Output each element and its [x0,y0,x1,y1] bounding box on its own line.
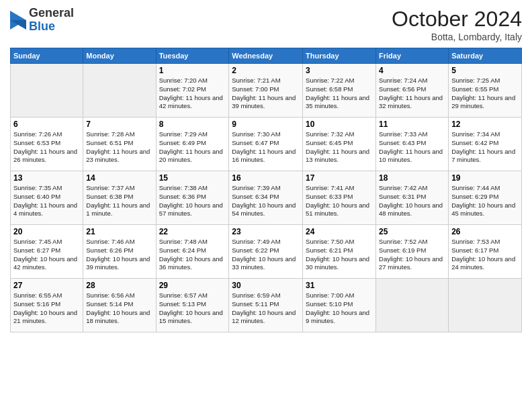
col-wednesday: Wednesday [229,48,303,64]
calendar-cell: 7Sunrise: 7:28 AM Sunset: 6:51 PM Daylig… [83,118,156,171]
col-monday: Monday [83,48,156,64]
day-info: Sunrise: 7:22 AM Sunset: 6:58 PM Dayligh… [306,77,373,111]
day-number: 17 [306,173,373,183]
week-row-2: 6Sunrise: 7:26 AM Sunset: 6:53 PM Daylig… [11,118,522,171]
day-number: 19 [451,173,519,183]
calendar-cell: 26Sunrise: 7:53 AM Sunset: 6:17 PM Dayli… [449,225,522,279]
day-number: 5 [451,66,519,75]
day-number: 30 [232,281,300,290]
calendar-cell: 9Sunrise: 7:30 AM Sunset: 6:47 PM Daylig… [229,118,303,171]
calendar-cell: 23Sunrise: 7:49 AM Sunset: 6:22 PM Dayli… [229,225,303,279]
day-number: 14 [86,173,152,183]
title-block: October 2024 Botta, Lombardy, Italy [392,7,522,42]
day-info: Sunrise: 7:38 AM Sunset: 6:36 PM Dayligh… [159,184,226,218]
calendar-cell: 21Sunrise: 7:46 AM Sunset: 6:26 PM Dayli… [83,225,156,279]
col-tuesday: Tuesday [156,48,229,64]
day-number: 29 [159,281,226,290]
day-number: 24 [306,227,373,236]
day-number: 26 [451,227,519,236]
day-number: 13 [13,173,80,183]
calendar-cell: 31Sunrise: 7:00 AM Sunset: 5:10 PM Dayli… [303,279,376,332]
day-number: 22 [159,227,226,236]
calendar-cell [83,64,156,118]
calendar-cell: 10Sunrise: 7:32 AM Sunset: 6:45 PM Dayli… [303,118,376,171]
logo-icon [10,11,26,30]
day-number: 9 [232,120,300,129]
calendar-cell: 27Sunrise: 6:55 AM Sunset: 5:16 PM Dayli… [11,279,83,332]
calendar-cell: 1Sunrise: 7:20 AM Sunset: 7:02 PM Daylig… [156,64,229,118]
day-info: Sunrise: 7:50 AM Sunset: 6:21 PM Dayligh… [306,238,373,272]
calendar-cell: 28Sunrise: 6:56 AM Sunset: 5:14 PM Dayli… [83,279,156,332]
calendar-cell: 12Sunrise: 7:34 AM Sunset: 6:42 PM Dayli… [449,118,522,171]
week-row-5: 27Sunrise: 6:55 AM Sunset: 5:16 PM Dayli… [11,279,522,332]
calendar-cell: 24Sunrise: 7:50 AM Sunset: 6:21 PM Dayli… [303,225,376,279]
logo: General Blue [10,7,74,34]
day-number: 10 [306,120,373,129]
calendar-cell: 11Sunrise: 7:33 AM Sunset: 6:43 PM Dayli… [376,118,449,171]
day-info: Sunrise: 7:20 AM Sunset: 7:02 PM Dayligh… [159,77,226,111]
logo-blue: Blue [29,19,55,33]
calendar-cell: 5Sunrise: 7:25 AM Sunset: 6:55 PM Daylig… [449,64,522,118]
day-number: 28 [86,281,152,290]
day-number: 27 [13,281,80,290]
calendar-cell: 30Sunrise: 6:59 AM Sunset: 5:11 PM Dayli… [229,279,303,332]
col-saturday: Saturday [449,48,522,64]
calendar-cell: 6Sunrise: 7:26 AM Sunset: 6:53 PM Daylig… [11,118,83,171]
day-info: Sunrise: 7:30 AM Sunset: 6:47 PM Dayligh… [232,130,300,165]
day-info: Sunrise: 7:42 AM Sunset: 6:31 PM Dayligh… [379,184,445,218]
day-info: Sunrise: 7:39 AM Sunset: 6:34 PM Dayligh… [232,184,300,218]
col-thursday: Thursday [303,48,376,64]
calendar-cell: 3Sunrise: 7:22 AM Sunset: 6:58 PM Daylig… [303,64,376,118]
day-number: 8 [159,120,226,129]
calendar-cell: 14Sunrise: 7:37 AM Sunset: 6:38 PM Dayli… [83,171,156,225]
calendar-cell: 8Sunrise: 7:29 AM Sunset: 6:49 PM Daylig… [156,118,229,171]
day-info: Sunrise: 7:00 AM Sunset: 5:10 PM Dayligh… [306,291,373,326]
calendar-cell: 19Sunrise: 7:44 AM Sunset: 6:29 PM Dayli… [449,171,522,225]
day-info: Sunrise: 7:35 AM Sunset: 6:40 PM Dayligh… [13,184,80,218]
day-number: 4 [379,66,445,75]
day-info: Sunrise: 7:21 AM Sunset: 7:00 PM Dayligh… [232,77,300,111]
calendar-cell: 13Sunrise: 7:35 AM Sunset: 6:40 PM Dayli… [11,171,83,225]
day-number: 2 [232,66,300,75]
month-title: October 2024 [392,7,522,32]
day-number: 21 [86,227,152,236]
day-info: Sunrise: 6:56 AM Sunset: 5:14 PM Dayligh… [86,291,152,326]
day-info: Sunrise: 7:33 AM Sunset: 6:43 PM Dayligh… [379,130,445,165]
day-info: Sunrise: 7:53 AM Sunset: 6:17 PM Dayligh… [451,238,519,272]
calendar-cell: 17Sunrise: 7:41 AM Sunset: 6:33 PM Dayli… [303,171,376,225]
calendar-cell: 4Sunrise: 7:24 AM Sunset: 6:56 PM Daylig… [376,64,449,118]
location: Botta, Lombardy, Italy [392,32,522,42]
day-info: Sunrise: 7:37 AM Sunset: 6:38 PM Dayligh… [86,184,152,218]
day-info: Sunrise: 7:29 AM Sunset: 6:49 PM Dayligh… [159,130,226,165]
calendar-cell: 29Sunrise: 6:57 AM Sunset: 5:13 PM Dayli… [156,279,229,332]
day-number: 23 [232,227,300,236]
day-info: Sunrise: 7:24 AM Sunset: 6:56 PM Dayligh… [379,77,445,111]
day-number: 6 [13,120,80,129]
day-number: 7 [86,120,152,129]
day-info: Sunrise: 7:49 AM Sunset: 6:22 PM Dayligh… [232,238,300,272]
week-row-4: 20Sunrise: 7:45 AM Sunset: 6:27 PM Dayli… [11,225,522,279]
logo-text: General Blue [29,7,74,34]
calendar-cell: 16Sunrise: 7:39 AM Sunset: 6:34 PM Dayli… [229,171,303,225]
day-info: Sunrise: 7:46 AM Sunset: 6:26 PM Dayligh… [86,238,152,272]
calendar-cell [376,279,449,332]
day-number: 3 [306,66,373,75]
day-info: Sunrise: 6:55 AM Sunset: 5:16 PM Dayligh… [13,291,80,326]
day-number: 18 [379,173,445,183]
calendar-cell: 18Sunrise: 7:42 AM Sunset: 6:31 PM Dayli… [376,171,449,225]
logo-general: General [29,6,74,19]
day-info: Sunrise: 7:44 AM Sunset: 6:29 PM Dayligh… [451,184,519,218]
day-number: 25 [379,227,445,236]
day-info: Sunrise: 6:59 AM Sunset: 5:11 PM Dayligh… [232,291,300,326]
calendar-header-row: Sunday Monday Tuesday Wednesday Thursday… [11,48,522,64]
day-number: 11 [379,120,445,129]
calendar-cell: 20Sunrise: 7:45 AM Sunset: 6:27 PM Dayli… [11,225,83,279]
calendar-cell [11,64,83,118]
week-row-1: 1Sunrise: 7:20 AM Sunset: 7:02 PM Daylig… [11,64,522,118]
day-info: Sunrise: 7:28 AM Sunset: 6:51 PM Dayligh… [86,130,152,165]
day-number: 16 [232,173,300,183]
day-info: Sunrise: 7:26 AM Sunset: 6:53 PM Dayligh… [13,130,80,165]
calendar-cell: 22Sunrise: 7:48 AM Sunset: 6:24 PM Dayli… [156,225,229,279]
day-info: Sunrise: 7:48 AM Sunset: 6:24 PM Dayligh… [159,238,226,272]
col-sunday: Sunday [11,48,83,64]
